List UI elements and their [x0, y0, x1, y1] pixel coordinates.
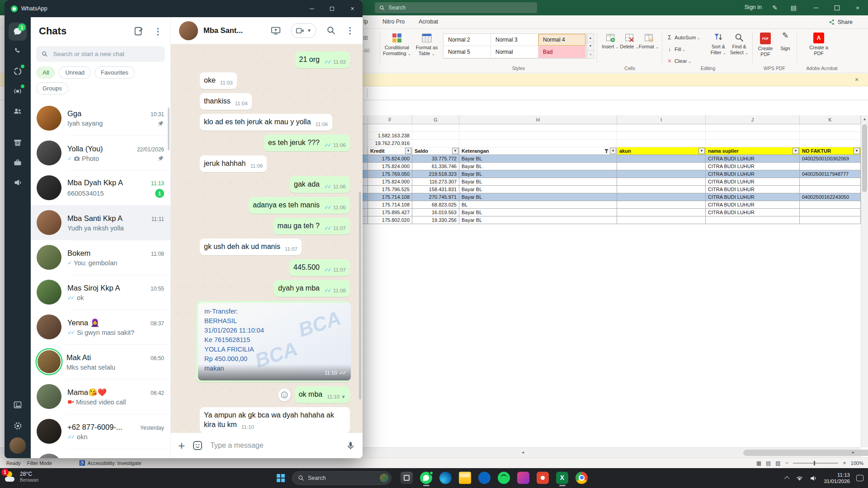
format-as-table-button[interactable]: Format as Table: [413, 33, 440, 57]
normal-view-icon[interactable]: ▦: [756, 460, 761, 466]
chat-list-item[interactable]: [31, 449, 170, 458]
create-pdf-button[interactable]: PDF Create PDF: [755, 33, 776, 57]
sheet-cell[interactable]: 19.762.270.916: [368, 140, 412, 147]
catalog-tab[interactable]: [9, 154, 27, 172]
chat-search-input[interactable]: [53, 51, 160, 57]
sheet-cell[interactable]: [706, 140, 800, 147]
mic-icon[interactable]: [346, 441, 355, 450]
sheet-cell[interactable]: [363, 147, 368, 155]
sheet-cell[interactable]: [800, 201, 861, 209]
chat-list-item[interactable]: Gga 10:31 Iyah sayang: [31, 101, 170, 136]
sheet-cell[interactable]: Bayar BL: [459, 193, 617, 201]
sheet-cell[interactable]: [800, 163, 861, 170]
style-normal[interactable]: Normal: [491, 46, 538, 58]
filter-chip-all[interactable]: All: [36, 66, 55, 79]
tray-overflow-icon[interactable]: [784, 476, 789, 481]
message-bubble[interactable]: jeruk hahhah11:06: [200, 155, 267, 172]
message-bubble[interactable]: klo ad es teh jeruk ak mau y yolla11:06: [200, 114, 332, 131]
sheet-cell[interactable]: [800, 132, 861, 140]
tab-acrobat[interactable]: Acrobat: [419, 19, 438, 25]
chat-list-item[interactable]: Mba Dyah Kkp A 11:13 6600534015 1: [31, 170, 170, 205]
style-bad[interactable]: Bad: [538, 46, 586, 58]
column-header-H[interactable]: H: [459, 115, 617, 124]
sheet-cell[interactable]: [363, 155, 368, 163]
scroll-right-icon[interactable]: ►: [849, 449, 857, 456]
conversation-avatar[interactable]: [179, 21, 198, 40]
table-header-nama-suplier[interactable]: nama suplier▾: [706, 147, 800, 155]
whatsapp-minimize-button[interactable]: [302, 0, 322, 17]
excel-minimize-button[interactable]: [806, 0, 826, 15]
sheet-cell[interactable]: 33.775.772: [412, 155, 459, 163]
start-button[interactable]: [277, 474, 285, 482]
taskbar-clock[interactable]: 11:13 31/01/2026: [824, 472, 850, 484]
chat-list-item[interactable]: Yolla (You) 22/01/2026 ✓ Photo: [31, 136, 170, 170]
scroll-up-icon[interactable]: ▲: [861, 115, 868, 123]
calls-tab[interactable]: [9, 42, 27, 61]
sheet-cell[interactable]: [617, 216, 706, 224]
communities-tab[interactable]: [9, 102, 27, 120]
message-bubble[interactable]: gk ush deh ak ud manis11:07: [200, 239, 302, 255]
message-bubble[interactable]: adanya es teh manis✓✓11:06: [249, 197, 350, 214]
message-bubble[interactable]: oke11:03: [200, 72, 237, 89]
sheet-cell[interactable]: CITRA BUDI LUHUR: [706, 201, 800, 209]
sheet-cell[interactable]: [617, 124, 706, 132]
status-tab[interactable]: [9, 62, 27, 80]
column-header-F[interactable]: F: [368, 115, 412, 124]
sheet-cell[interactable]: [800, 124, 861, 132]
sheet-cell[interactable]: [800, 178, 861, 186]
chevron-down-icon[interactable]: ▼: [341, 392, 346, 402]
zoom-slider[interactable]: [793, 463, 838, 464]
sheet-cell[interactable]: [800, 209, 861, 216]
chat-list-item[interactable]: Mama😘❤️ 06:42 Missed video call: [31, 379, 170, 414]
channels-tab[interactable]: [9, 82, 27, 100]
filter-chip-unread[interactable]: Unread: [59, 66, 91, 79]
notification-center-icon[interactable]: [856, 475, 863, 481]
page-break-view-icon[interactable]: ▧: [775, 460, 780, 466]
scroll-left-icon[interactable]: ◄: [519, 449, 527, 456]
task-view-icon[interactable]: [401, 472, 413, 485]
share-button[interactable]: Share: [825, 18, 856, 27]
sheet-cell[interactable]: Bayar BL: [459, 209, 617, 216]
sheet-cell[interactable]: 175.796.525: [368, 186, 412, 193]
table-header-kredit[interactable]: Kredit▾: [368, 147, 412, 155]
ribbon-options-icon[interactable]: ▤: [791, 4, 797, 12]
filter-chip-groups[interactable]: Groups: [36, 82, 68, 94]
sheet-cell[interactable]: [363, 163, 368, 170]
column-header-G[interactable]: G: [412, 115, 459, 124]
zoom-out-icon[interactable]: −: [785, 460, 789, 466]
excel-search-box[interactable]: [375, 2, 537, 13]
sheet-cell[interactable]: 175.714.108: [368, 193, 412, 201]
sheet-cell[interactable]: [706, 124, 800, 132]
style-normal-4[interactable]: Normal 4: [538, 34, 586, 46]
vertical-scroll-thumb[interactable]: [862, 124, 867, 192]
chat-list-item[interactable]: Mak Ati 06:50 Mks sehat selalu: [31, 344, 170, 379]
sheet-cell[interactable]: [617, 178, 706, 186]
chat-list-menu-icon[interactable]: ⋮: [154, 26, 162, 37]
gallery-down-icon[interactable]: ▼: [587, 42, 594, 50]
chat-list-item[interactable]: Bokem 11:08 ✓ You: gembolan: [31, 240, 170, 275]
sheet-cell[interactable]: [800, 140, 861, 147]
sign-button[interactable]: ✎ Sign: [777, 33, 794, 52]
advertise-tab[interactable]: [9, 174, 27, 192]
sheet-cell[interactable]: 04002500117948777: [800, 170, 861, 178]
sticker-icon[interactable]: [192, 440, 203, 451]
sheet-cell[interactable]: [706, 216, 800, 224]
sort-filter-button[interactable]: Sort & Filter: [708, 33, 729, 56]
share-screen-icon[interactable]: [271, 26, 281, 36]
sheet-cell[interactable]: 04002500162243050: [800, 193, 861, 201]
new-chat-icon[interactable]: [134, 26, 144, 36]
sheet-cell[interactable]: Bayar BL: [459, 163, 617, 170]
sheet-cell[interactable]: [459, 132, 617, 140]
sheet-cell[interactable]: Bayar BL: [459, 155, 617, 163]
conversation-scrollbar[interactable]: [359, 192, 361, 399]
sheet-cell[interactable]: [617, 163, 706, 170]
sheet-cell[interactable]: Bayar BL: [459, 178, 617, 186]
sheet-cell[interactable]: CITRA BUDI LUHUR: [706, 170, 800, 178]
sheet-cell[interactable]: [363, 132, 368, 140]
sheet-cell[interactable]: [459, 140, 617, 147]
chat-list-scrollbar[interactable]: [168, 108, 170, 150]
sheet-cell[interactable]: [412, 140, 459, 147]
sheet-cell[interactable]: [363, 209, 368, 216]
sheet-cell[interactable]: [617, 209, 706, 216]
file-explorer-icon[interactable]: [459, 472, 471, 485]
